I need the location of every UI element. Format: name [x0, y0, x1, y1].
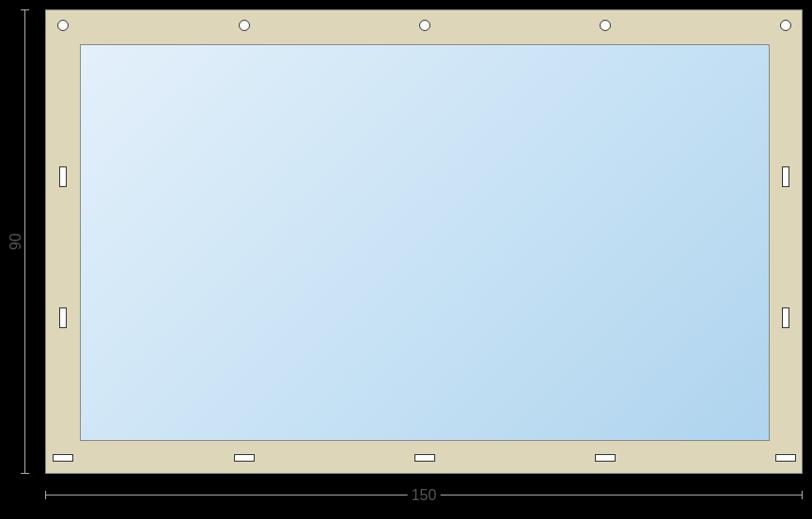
- dimension-line-vertical: [24, 9, 25, 474]
- hole-circle: [57, 20, 69, 31]
- hole-circle: [780, 20, 791, 31]
- dimension-label-height: 90: [8, 229, 24, 254]
- slot-horizontal: [234, 454, 255, 462]
- glass-pane: [80, 44, 770, 441]
- slot-horizontal: [595, 454, 616, 462]
- slot-vertical: [59, 166, 67, 187]
- window-frame: [45, 9, 803, 474]
- diagram-canvas: 90 150: [0, 0, 812, 519]
- slot-vertical: [782, 166, 789, 187]
- hole-circle: [600, 20, 611, 31]
- slot-vertical: [59, 307, 67, 328]
- slot-horizontal: [53, 454, 73, 462]
- slot-vertical: [782, 307, 789, 328]
- slot-horizontal: [775, 454, 796, 462]
- hole-circle: [239, 20, 250, 31]
- slot-horizontal: [414, 454, 435, 462]
- hole-circle: [419, 20, 430, 31]
- dimension-label-width: 150: [408, 487, 441, 504]
